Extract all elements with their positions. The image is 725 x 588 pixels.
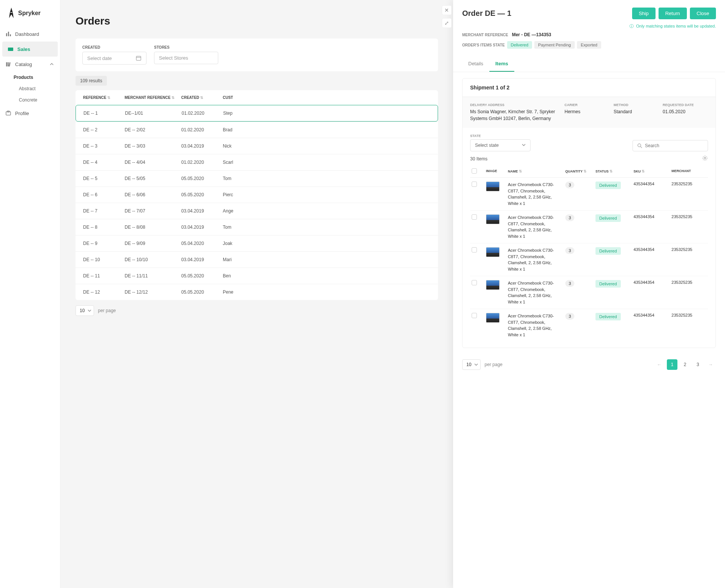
state-filter: STATE Select state — [470, 134, 531, 151]
table-row[interactable]: DE -- 7DE -- 7/0703.04.2019Ange — [76, 203, 438, 219]
orders-table-header: REFERENCE⇅ MERCHANT REFERENCE⇅ CREATED⇅ … — [76, 90, 438, 105]
svg-rect-1 — [8, 32, 9, 36]
items-per-page-label: per page — [484, 362, 502, 367]
row-checkbox[interactable] — [472, 280, 477, 285]
drawer-header: Order DE — 1 Ship Return Close ⓘ Only ma… — [453, 0, 725, 56]
table-row[interactable]: DE -- 3DE -- 3/0303.04.2019Nick — [76, 138, 438, 154]
product-thumbnail — [486, 313, 500, 323]
nav-profile[interactable]: Profile — [0, 106, 60, 121]
ship-button[interactable]: Ship — [632, 8, 656, 19]
delivery-address: DELIVERY ADDRESS Ms Sonia Wagner, Kirnch… — [470, 103, 561, 122]
return-button[interactable]: Return — [659, 8, 687, 19]
svg-rect-0 — [6, 33, 7, 36]
results-count: 109 results — [76, 76, 107, 86]
method: METHOD Standard — [614, 103, 659, 122]
nav-sales[interactable]: Sales — [2, 42, 58, 57]
col-quantity[interactable]: QUANTITY⇅ — [565, 169, 592, 173]
col-created[interactable]: CREATED⇅ — [181, 95, 223, 100]
nav-catalog[interactable]: Catalog — [0, 57, 60, 72]
cell-status: Delivered — [595, 182, 631, 189]
product-thumbnail — [486, 247, 500, 257]
table-row[interactable]: DE -- 11DE -- 11/1105.05.2020Ben — [76, 268, 438, 284]
cell-name: Acer Chromebook C730-C8T7, Chromebook, C… — [508, 280, 562, 305]
tab-items[interactable]: Items — [489, 56, 514, 72]
sidebar: Spryker Dashboard Sales Catalog Products… — [0, 0, 60, 588]
table-row[interactable]: DE -- 10DE -- 10/1003.04.2019Mari — [76, 251, 438, 268]
items-search-input[interactable] — [645, 143, 704, 148]
col-sku[interactable]: SKU⇅ — [634, 169, 669, 173]
shipment-info: DELIVERY ADDRESS Ms Sonia Wagner, Kirnch… — [463, 97, 716, 128]
cell-customer: Joak — [223, 241, 261, 246]
chart-icon — [5, 31, 11, 37]
table-row[interactable]: DE -- 5DE -- 5/0505.05.2020Tom — [76, 170, 438, 186]
product-thumbnail — [486, 280, 500, 290]
cell-customer: Scarl — [223, 160, 261, 165]
cell-reference: DE -- 10 — [83, 257, 125, 262]
page-button[interactable]: 3 — [693, 359, 703, 370]
nav-abstract[interactable]: Abstract — [14, 83, 60, 94]
cell-reference: DE -- 8 — [83, 225, 125, 230]
col-customer[interactable]: CUST — [223, 95, 261, 100]
row-checkbox[interactable] — [472, 182, 477, 187]
drawer-close-handle[interactable]: ✕ — [442, 5, 452, 15]
table-row[interactable]: DE -- 9DE -- 9/0905.04.2020Joak — [76, 235, 438, 251]
row-checkbox[interactable] — [472, 313, 477, 318]
svg-rect-5 — [8, 62, 9, 66]
select-all-checkbox[interactable] — [472, 168, 477, 174]
per-page-select[interactable]: 10 — [76, 305, 94, 316]
table-row[interactable]: DE -- 4DE -- 4/0401.02.2020Scarl — [76, 154, 438, 170]
cell-created: 01.02.2020 — [182, 111, 223, 116]
page-button[interactable]: 1 — [667, 359, 677, 370]
row-checkbox[interactable] — [472, 247, 477, 252]
row-checkbox[interactable] — [472, 214, 477, 220]
table-row[interactable]: DE -- 8DE -- 8/0803.04.2019Tom — [76, 219, 438, 235]
nav-concrete[interactable]: Concrete — [14, 94, 60, 106]
page-prev[interactable]: ← — [654, 359, 665, 370]
cell-reference: DE -- 5 — [83, 176, 125, 181]
items-meta: 30 Items — [470, 155, 708, 162]
table-row[interactable]: DE -- 2DE -- 2/0201.02.2020Brad — [76, 122, 438, 138]
table-row[interactable]: DE -- 1DE--1/0101.02.2020Step — [76, 105, 438, 122]
cell-merchant-reference: DE -- 4/04 — [125, 160, 181, 165]
cell-reference: DE -- 2 — [83, 127, 125, 132]
table-row[interactable]: DE -- 6DE -- 6/0605.05.2020Pierc — [76, 186, 438, 203]
page-button[interactable]: 2 — [680, 359, 690, 370]
sort-icon: ⇅ — [583, 169, 586, 173]
cell-reference: DE -- 3 — [83, 143, 125, 149]
col-reference[interactable]: REFERENCE⇅ — [83, 95, 125, 100]
cell-merchant-reference: DE -- 12/12 — [125, 289, 181, 295]
cell-reference: DE -- 11 — [83, 273, 125, 279]
col-status[interactable]: STATUS⇅ — [595, 169, 631, 173]
items-per-page-select[interactable]: 10 — [462, 359, 481, 370]
gear-icon[interactable] — [702, 155, 708, 162]
page-next[interactable]: → — [705, 359, 716, 370]
state-select[interactable]: Select state — [470, 139, 531, 151]
cell-customer: Ange — [223, 208, 261, 214]
cell-merchant-reference: DE -- 3/03 — [125, 143, 181, 149]
items-state-row: ORDER'S ITEMS STATE Delivered Payment Pe… — [462, 41, 716, 49]
page-buttons: ← 123 → — [654, 359, 716, 370]
items-search[interactable] — [632, 140, 708, 151]
filter-created-input[interactable]: Select date — [82, 52, 147, 65]
cell-customer: Ben — [223, 273, 261, 279]
search-icon — [637, 143, 643, 149]
nav-dashboard[interactable]: Dashboard — [0, 26, 60, 42]
filter-stores-input[interactable]: Select Stores — [154, 52, 218, 64]
cell-customer: Tom — [223, 176, 261, 181]
main-content: Orders CREATED Select date STORES Select… — [60, 0, 453, 588]
table-row[interactable]: DE -- 12DE -- 12/1205.05.2020Pene — [76, 284, 438, 300]
nav-products[interactable]: Products — [14, 72, 60, 83]
cell-customer: Pene — [223, 289, 261, 295]
col-merchant-reference[interactable]: MERCHANT REFERENCE⇅ — [125, 95, 181, 100]
merchant-ref-row: MERCHANT REFERENCE Mer - DE —134353 — [462, 32, 716, 37]
cell-merchant-reference: DE -- 2/02 — [125, 127, 181, 132]
tab-details[interactable]: Details — [462, 56, 489, 72]
cell-reference: DE -- 7 — [83, 208, 125, 214]
cell-name: Acer Chromebook C730-C8T7, Chromebook, C… — [508, 182, 562, 206]
shipment-card: Shipment 1 of 2 DELIVERY ADDRESS Ms Soni… — [462, 78, 716, 348]
close-button[interactable]: Close — [690, 8, 716, 19]
filter-stores-label: STORES — [154, 45, 218, 49]
col-name[interactable]: NAME⇅ — [508, 169, 562, 173]
table-row: Acer Chromebook C730-C8T7, Chromebook, C… — [470, 276, 708, 309]
drawer-expand-handle[interactable]: ⤢ — [442, 18, 452, 28]
